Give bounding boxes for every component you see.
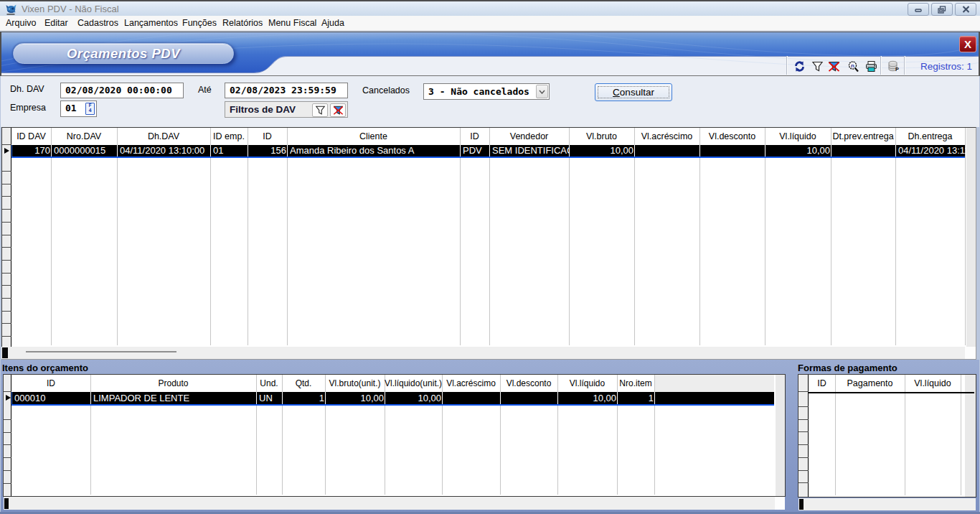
scrollbar-thumb[interactable] xyxy=(4,498,9,509)
column-header[interactable]: ID emp. xyxy=(210,128,248,145)
indicator-row-divider xyxy=(2,247,11,248)
menu-editar[interactable]: Editar xyxy=(44,16,68,31)
column-header[interactable]: ID xyxy=(460,128,489,145)
grid-cell: 10,00 xyxy=(768,145,830,156)
minimize-button[interactable] xyxy=(908,3,929,16)
menu-funcoes[interactable]: Funções xyxy=(182,16,217,31)
column-header[interactable]: Pagamento xyxy=(835,375,905,392)
grid-cell: 1 xyxy=(620,392,654,404)
filter-clear-icon[interactable] xyxy=(828,60,840,73)
column-header[interactable]: ID xyxy=(248,128,287,145)
consultar-button[interactable]: Consultar xyxy=(595,83,672,101)
scrollbar-thumb[interactable] xyxy=(799,499,804,510)
column-separator xyxy=(51,128,52,345)
empresa-lookup-button[interactable]: F4 xyxy=(85,103,95,115)
ate-input[interactable]: 02/08/2023 23:59:59 xyxy=(225,83,348,98)
indicator-row-divider xyxy=(2,273,11,274)
column-header[interactable]: Nro.DAV xyxy=(51,128,117,145)
locate-icon[interactable]: n xyxy=(847,60,859,73)
dav-filter-button[interactable] xyxy=(312,103,328,117)
column-header[interactable]: Produto xyxy=(90,375,256,392)
column-header[interactable]: Und. xyxy=(256,375,282,392)
column-header[interactable]: Dh.entrega xyxy=(895,128,965,145)
column-header[interactable]: Dh.DAV xyxy=(117,128,210,145)
column-header[interactable]: Dt.prev.entrega xyxy=(831,128,895,145)
database-icon[interactable]: P xyxy=(887,60,900,73)
column-separator xyxy=(634,128,635,345)
grid-cell: Amanda Ribeiro dos Santos A xyxy=(290,145,461,156)
dh-dav-input[interactable]: 02/08/2020 00:00:00 xyxy=(60,83,184,98)
itens-grid[interactable]: IDProdutoUnd.Qtd.Vl.bruto(unit.)Vl.líqui… xyxy=(3,374,786,497)
column-header[interactable]: ID xyxy=(809,375,835,392)
grid-cell: PDV xyxy=(463,145,490,156)
column-header[interactable]: Vl.bruto(unit.) xyxy=(325,375,385,392)
dh-dav-label: Dh. DAV xyxy=(10,84,44,94)
cell-separator xyxy=(557,392,558,404)
menu-ajuda[interactable]: Ajuda xyxy=(321,16,344,31)
cancelados-select[interactable]: 3 - Não cancelados xyxy=(423,83,550,100)
column-header[interactable]: Nro.item xyxy=(617,375,654,392)
indicator-row-divider xyxy=(798,419,809,420)
grid-cell: 10,00 xyxy=(328,392,384,404)
selected-row[interactable]: 000010LIMPADOR DE LENTEUN110,0010,0010,0… xyxy=(11,392,774,406)
column-separator xyxy=(489,128,490,345)
refresh-icon[interactable] xyxy=(793,60,806,73)
column-header[interactable]: ID xyxy=(11,375,90,392)
grid-cell: LIMPADOR DE LENTE xyxy=(93,392,257,404)
column-header[interactable]: Vl.desconto xyxy=(500,375,557,392)
column-header[interactable]: Vl.líquido(unit.) xyxy=(385,375,442,392)
empresa-input[interactable]: 01 F4 xyxy=(60,101,97,117)
dav-filter-clear-button[interactable] xyxy=(330,103,346,117)
column-header[interactable]: Vl.acréscimo xyxy=(634,128,699,145)
indicator-row-divider xyxy=(2,144,11,145)
column-header[interactable]: Qtd. xyxy=(282,375,325,392)
column-header[interactable]: Vl.acréscimo xyxy=(442,375,500,392)
column-header[interactable]: Vendedor xyxy=(489,128,569,145)
pagamentos-grid-hscrollbar[interactable] xyxy=(798,498,976,510)
cell-separator xyxy=(654,392,655,404)
indicator-row-divider xyxy=(798,431,809,432)
combo-dropdown-button[interactable] xyxy=(536,85,548,98)
maximize-button[interactable] xyxy=(931,3,953,16)
vertical-scrollbar[interactable] xyxy=(966,128,976,347)
dav-grid[interactable]: ID DAVNro.DAVDh.DAVID emp.IDClienteIDVen… xyxy=(1,127,976,347)
scrollbar-corner xyxy=(965,347,976,359)
column-header[interactable]: Vl.bruto xyxy=(569,128,634,145)
column-header[interactable]: Vl.desconto xyxy=(699,128,765,145)
scrollbar-thumb[interactable] xyxy=(2,347,8,358)
column-header[interactable]: Cliente xyxy=(287,128,460,145)
print-icon[interactable] xyxy=(865,60,877,73)
cell-separator xyxy=(765,145,765,156)
filter-icon[interactable] xyxy=(811,60,824,73)
menu-cadastros[interactable]: Cadastros xyxy=(77,16,118,31)
form-close-button[interactable]: X xyxy=(959,36,976,52)
column-header[interactable]: Vl.líquido xyxy=(905,375,961,392)
pagamentos-grid[interactable]: IDPagamentoVl.líquido xyxy=(798,374,976,497)
menu-arquivo[interactable]: Arquivo xyxy=(6,16,36,31)
grid-cell: 1 xyxy=(285,392,324,404)
cell-separator xyxy=(287,145,288,156)
row-indicator-column xyxy=(2,128,11,347)
selected-row[interactable]: 170000000001504/11/2020 13:10:0001156Ama… xyxy=(11,145,965,158)
column-separator xyxy=(210,128,211,345)
cell-separator xyxy=(248,145,248,156)
itens-grid-hscrollbar[interactable] xyxy=(4,497,785,510)
indicator-row-divider xyxy=(2,196,11,197)
window-titlebar[interactable]: Vixen PDV - Não Fiscal xyxy=(0,0,980,16)
menu-relatorios[interactable]: Relatórios xyxy=(222,16,263,31)
close-button[interactable] xyxy=(955,3,976,16)
grid-cell: SEM IDENTIFICAÇÃO xyxy=(492,145,570,156)
grid-cell: 04/11/2020 13:10:00 xyxy=(120,145,211,156)
indicator-row-divider xyxy=(2,184,11,184)
cell-separator xyxy=(325,392,326,404)
column-header[interactable]: Vl.líquido xyxy=(765,128,831,145)
vertical-scrollbar[interactable] xyxy=(776,375,785,496)
menu-lancamentos[interactable]: Lançamentos xyxy=(124,16,178,31)
column-header[interactable]: Vl.líquido xyxy=(557,375,617,392)
menu-menu-fiscal[interactable]: Menu Fiscal xyxy=(268,16,316,31)
toolbar-separator xyxy=(904,56,905,75)
dav-grid-hscrollbar[interactable] xyxy=(1,347,976,360)
column-header[interactable]: ID DAV xyxy=(11,128,51,145)
indicator-row-divider xyxy=(4,391,11,392)
form-header: Orçamentos PDV X n P Registros: 1 xyxy=(0,32,980,76)
